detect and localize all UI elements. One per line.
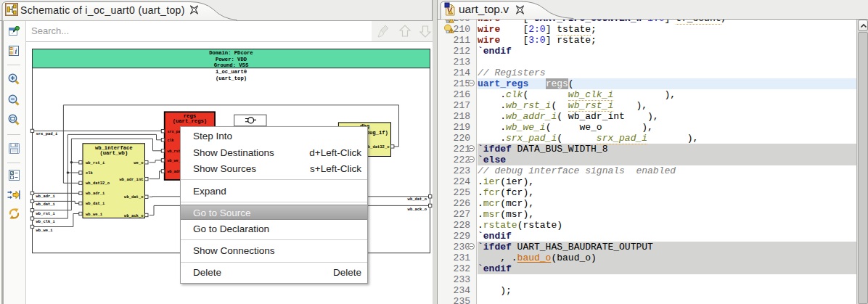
svg-text:wb_adr_i: wb_adr_i — [86, 191, 105, 196]
svg-text:wb_we_i: wb_we_i — [86, 212, 103, 217]
svg-text:i: i — [15, 47, 17, 55]
svg-text:wb_we_i: wb_we_i — [36, 228, 54, 233]
svg-text:i_oc_uart0: i_oc_uart0 — [216, 69, 247, 75]
svg-text:wb_clk_i: wb_clk_i — [36, 219, 56, 224]
svg-text:wb_dat_o: wb_dat_o — [124, 194, 144, 200]
svg-text:wb_dat_i: wb_dat_i — [86, 201, 105, 206]
svg-text:Power: VDD: Power: VDD — [216, 57, 247, 62]
svg-text:wb_ack_o: wb_ack_o — [124, 213, 144, 218]
svg-text:wb_adr_int: wb_adr_int — [119, 177, 143, 182]
svg-text:wb_dat_o: wb_dat_o — [408, 197, 427, 202]
svg-text:wb_dat32_o: wb_dat32_o — [86, 181, 110, 186]
svg-text:clk: clk — [168, 139, 174, 143]
svg-text:(uart_regs): (uart_regs) — [173, 118, 207, 124]
svg-text:wb_ack_o: wb_ack_o — [408, 207, 427, 212]
svg-text:wb_dat32_o: wb_dat32_o — [365, 144, 390, 149]
svg-text:wb_dat_i: wb_dat_i — [36, 202, 56, 207]
svg-text:(uart_wb): (uart_wb) — [99, 150, 128, 156]
svg-text:Ground: VSS: Ground: VSS — [214, 62, 249, 68]
svg-text:!: ! — [451, 29, 452, 33]
svg-text:clk: clk — [86, 171, 94, 176]
svg-text:we_o: we_o — [134, 160, 144, 165]
svg-text:wb_adr_i: wb_adr_i — [36, 194, 56, 199]
svg-text:(uart_top): (uart_top) — [216, 75, 247, 81]
svg-text:srx_pad_i: srx_pad_i — [36, 131, 58, 136]
svg-text:wb_rst_i: wb_rst_i — [36, 211, 56, 216]
svg-text:Domain: PDcore: Domain: PDcore — [209, 50, 253, 56]
svg-text:wb_rst_i: wb_rst_i — [86, 160, 105, 165]
